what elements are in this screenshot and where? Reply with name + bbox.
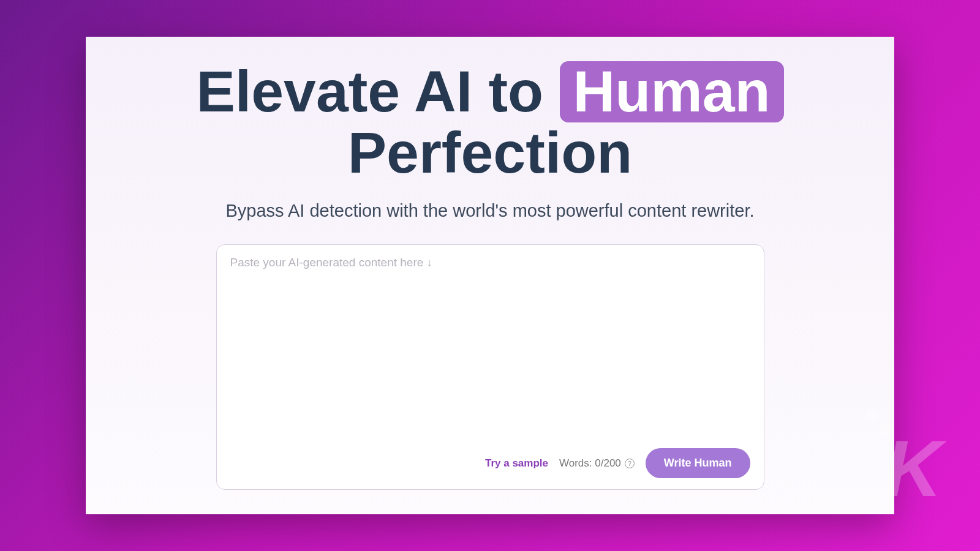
textarea-footer: Try a sample Words: 0/200 ? Write Human [230, 442, 750, 478]
word-count: Words: 0/200 ? [559, 457, 635, 470]
subheadline: Bypass AI detection with the world's mos… [225, 201, 754, 221]
try-sample-link[interactable]: Try a sample [485, 457, 548, 470]
write-human-button[interactable]: Write Human [646, 448, 750, 478]
headline-highlight: Human [560, 61, 784, 122]
headline: Elevate AI to Human Perfection [196, 61, 783, 184]
main-card: Elevate AI to Human Perfection Bypass AI… [86, 37, 894, 514]
content-input[interactable] [230, 256, 750, 443]
help-icon[interactable]: ? [625, 459, 635, 468]
content-input-container: Try a sample Words: 0/200 ? Write Human [216, 244, 764, 490]
word-count-text: Words: 0/200 [559, 457, 621, 470]
headline-part1: Elevate AI to [196, 59, 559, 124]
headline-part2: Perfection [348, 120, 633, 185]
